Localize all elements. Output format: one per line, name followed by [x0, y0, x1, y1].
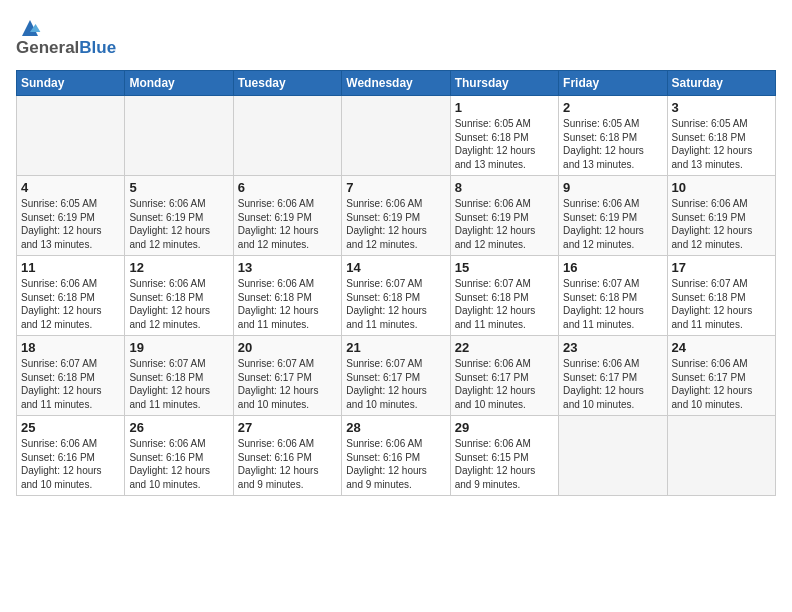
calendar-cell: 22Sunrise: 6:06 AM Sunset: 6:17 PM Dayli…	[450, 336, 558, 416]
calendar-cell: 24Sunrise: 6:06 AM Sunset: 6:17 PM Dayli…	[667, 336, 775, 416]
calendar-cell: 4Sunrise: 6:05 AM Sunset: 6:19 PM Daylig…	[17, 176, 125, 256]
day-number: 6	[238, 180, 337, 195]
day-info: Sunrise: 6:06 AM Sunset: 6:19 PM Dayligh…	[129, 197, 228, 251]
day-number: 21	[346, 340, 445, 355]
header-tuesday: Tuesday	[233, 71, 341, 96]
day-info: Sunrise: 6:07 AM Sunset: 6:18 PM Dayligh…	[672, 277, 771, 331]
calendar-cell	[559, 416, 667, 496]
logo-text-blue: Blue	[79, 38, 116, 58]
day-number: 28	[346, 420, 445, 435]
day-info: Sunrise: 6:06 AM Sunset: 6:19 PM Dayligh…	[238, 197, 337, 251]
header-wednesday: Wednesday	[342, 71, 450, 96]
calendar-cell: 12Sunrise: 6:06 AM Sunset: 6:18 PM Dayli…	[125, 256, 233, 336]
day-number: 1	[455, 100, 554, 115]
day-number: 26	[129, 420, 228, 435]
day-info: Sunrise: 6:06 AM Sunset: 6:19 PM Dayligh…	[346, 197, 445, 251]
day-info: Sunrise: 6:06 AM Sunset: 6:19 PM Dayligh…	[563, 197, 662, 251]
header-monday: Monday	[125, 71, 233, 96]
day-info: Sunrise: 6:07 AM Sunset: 6:18 PM Dayligh…	[346, 277, 445, 331]
page-header: General Blue	[16, 16, 776, 58]
calendar-cell: 6Sunrise: 6:06 AM Sunset: 6:19 PM Daylig…	[233, 176, 341, 256]
logo-text-general: General	[16, 38, 79, 58]
calendar-cell: 8Sunrise: 6:06 AM Sunset: 6:19 PM Daylig…	[450, 176, 558, 256]
day-info: Sunrise: 6:06 AM Sunset: 6:16 PM Dayligh…	[346, 437, 445, 491]
day-info: Sunrise: 6:05 AM Sunset: 6:18 PM Dayligh…	[455, 117, 554, 171]
day-number: 14	[346, 260, 445, 275]
day-number: 9	[563, 180, 662, 195]
day-info: Sunrise: 6:06 AM Sunset: 6:18 PM Dayligh…	[238, 277, 337, 331]
day-number: 25	[21, 420, 120, 435]
day-info: Sunrise: 6:06 AM Sunset: 6:18 PM Dayligh…	[21, 277, 120, 331]
day-info: Sunrise: 6:06 AM Sunset: 6:17 PM Dayligh…	[563, 357, 662, 411]
day-info: Sunrise: 6:06 AM Sunset: 6:16 PM Dayligh…	[129, 437, 228, 491]
calendar-week-4: 25Sunrise: 6:06 AM Sunset: 6:16 PM Dayli…	[17, 416, 776, 496]
day-info: Sunrise: 6:06 AM Sunset: 6:16 PM Dayligh…	[21, 437, 120, 491]
header-friday: Friday	[559, 71, 667, 96]
day-number: 19	[129, 340, 228, 355]
calendar-cell	[233, 96, 341, 176]
header-thursday: Thursday	[450, 71, 558, 96]
calendar-cell: 15Sunrise: 6:07 AM Sunset: 6:18 PM Dayli…	[450, 256, 558, 336]
day-info: Sunrise: 6:05 AM Sunset: 6:18 PM Dayligh…	[672, 117, 771, 171]
calendar-cell: 17Sunrise: 6:07 AM Sunset: 6:18 PM Dayli…	[667, 256, 775, 336]
day-number: 17	[672, 260, 771, 275]
logo: General Blue	[16, 16, 116, 58]
calendar-table: SundayMondayTuesdayWednesdayThursdayFrid…	[16, 70, 776, 496]
calendar-cell	[17, 96, 125, 176]
day-info: Sunrise: 6:06 AM Sunset: 6:19 PM Dayligh…	[672, 197, 771, 251]
day-number: 23	[563, 340, 662, 355]
day-number: 18	[21, 340, 120, 355]
calendar-cell: 26Sunrise: 6:06 AM Sunset: 6:16 PM Dayli…	[125, 416, 233, 496]
day-number: 7	[346, 180, 445, 195]
calendar-week-1: 4Sunrise: 6:05 AM Sunset: 6:19 PM Daylig…	[17, 176, 776, 256]
day-number: 12	[129, 260, 228, 275]
calendar-header-row: SundayMondayTuesdayWednesdayThursdayFrid…	[17, 71, 776, 96]
calendar-cell: 5Sunrise: 6:06 AM Sunset: 6:19 PM Daylig…	[125, 176, 233, 256]
calendar-week-0: 1Sunrise: 6:05 AM Sunset: 6:18 PM Daylig…	[17, 96, 776, 176]
calendar-cell: 28Sunrise: 6:06 AM Sunset: 6:16 PM Dayli…	[342, 416, 450, 496]
calendar-cell: 21Sunrise: 6:07 AM Sunset: 6:17 PM Dayli…	[342, 336, 450, 416]
calendar-cell: 23Sunrise: 6:06 AM Sunset: 6:17 PM Dayli…	[559, 336, 667, 416]
day-number: 15	[455, 260, 554, 275]
day-info: Sunrise: 6:06 AM Sunset: 6:16 PM Dayligh…	[238, 437, 337, 491]
day-number: 5	[129, 180, 228, 195]
calendar-cell: 20Sunrise: 6:07 AM Sunset: 6:17 PM Dayli…	[233, 336, 341, 416]
calendar-cell: 9Sunrise: 6:06 AM Sunset: 6:19 PM Daylig…	[559, 176, 667, 256]
day-number: 13	[238, 260, 337, 275]
calendar-week-2: 11Sunrise: 6:06 AM Sunset: 6:18 PM Dayli…	[17, 256, 776, 336]
day-info: Sunrise: 6:07 AM Sunset: 6:18 PM Dayligh…	[129, 357, 228, 411]
day-info: Sunrise: 6:07 AM Sunset: 6:18 PM Dayligh…	[455, 277, 554, 331]
day-info: Sunrise: 6:05 AM Sunset: 6:19 PM Dayligh…	[21, 197, 120, 251]
day-number: 20	[238, 340, 337, 355]
day-info: Sunrise: 6:07 AM Sunset: 6:18 PM Dayligh…	[21, 357, 120, 411]
day-info: Sunrise: 6:06 AM Sunset: 6:15 PM Dayligh…	[455, 437, 554, 491]
header-saturday: Saturday	[667, 71, 775, 96]
day-number: 27	[238, 420, 337, 435]
calendar-cell: 11Sunrise: 6:06 AM Sunset: 6:18 PM Dayli…	[17, 256, 125, 336]
day-info: Sunrise: 6:06 AM Sunset: 6:18 PM Dayligh…	[129, 277, 228, 331]
calendar-cell: 27Sunrise: 6:06 AM Sunset: 6:16 PM Dayli…	[233, 416, 341, 496]
day-number: 29	[455, 420, 554, 435]
calendar-cell	[667, 416, 775, 496]
calendar-cell: 14Sunrise: 6:07 AM Sunset: 6:18 PM Dayli…	[342, 256, 450, 336]
calendar-cell: 2Sunrise: 6:05 AM Sunset: 6:18 PM Daylig…	[559, 96, 667, 176]
day-number: 16	[563, 260, 662, 275]
day-info: Sunrise: 6:07 AM Sunset: 6:17 PM Dayligh…	[346, 357, 445, 411]
calendar-cell	[342, 96, 450, 176]
calendar-cell: 10Sunrise: 6:06 AM Sunset: 6:19 PM Dayli…	[667, 176, 775, 256]
calendar-cell: 16Sunrise: 6:07 AM Sunset: 6:18 PM Dayli…	[559, 256, 667, 336]
day-info: Sunrise: 6:06 AM Sunset: 6:17 PM Dayligh…	[455, 357, 554, 411]
day-info: Sunrise: 6:07 AM Sunset: 6:18 PM Dayligh…	[563, 277, 662, 331]
calendar-cell: 29Sunrise: 6:06 AM Sunset: 6:15 PM Dayli…	[450, 416, 558, 496]
day-number: 3	[672, 100, 771, 115]
day-info: Sunrise: 6:07 AM Sunset: 6:17 PM Dayligh…	[238, 357, 337, 411]
calendar-cell: 19Sunrise: 6:07 AM Sunset: 6:18 PM Dayli…	[125, 336, 233, 416]
day-number: 8	[455, 180, 554, 195]
day-number: 11	[21, 260, 120, 275]
day-number: 2	[563, 100, 662, 115]
calendar-cell: 13Sunrise: 6:06 AM Sunset: 6:18 PM Dayli…	[233, 256, 341, 336]
calendar-cell	[125, 96, 233, 176]
day-info: Sunrise: 6:06 AM Sunset: 6:17 PM Dayligh…	[672, 357, 771, 411]
calendar-cell: 3Sunrise: 6:05 AM Sunset: 6:18 PM Daylig…	[667, 96, 775, 176]
calendar-cell: 1Sunrise: 6:05 AM Sunset: 6:18 PM Daylig…	[450, 96, 558, 176]
